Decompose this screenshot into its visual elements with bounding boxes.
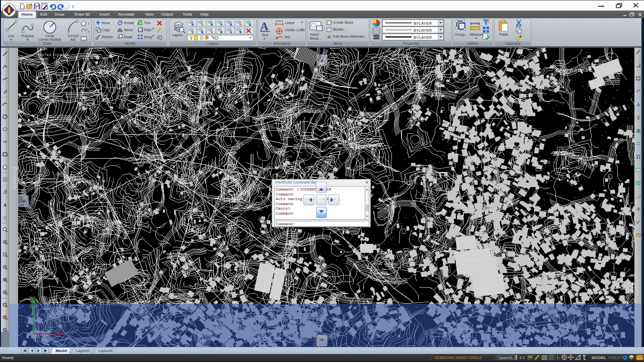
- svg-text:Group...: Group...: [455, 33, 467, 37]
- svg-text:Trim: Trim: [144, 21, 151, 25]
- svg-text:LA NIEVA: LA NIEVA: [242, 167, 259, 170]
- svg-text:Array: Array: [144, 35, 152, 39]
- svg-text:Polyline: Polyline: [22, 34, 34, 38]
- svg-text:A: A: [260, 20, 269, 33]
- svg-text:SANTE TERSO: SANTE TERSO: [555, 68, 593, 73]
- svg-text:Edit Block Attributes: Edit Block Attributes: [333, 35, 365, 38]
- svg-text:SE TEMERO: SE TEMERO: [189, 71, 208, 74]
- svg-text:ARCUS: ARCUS: [325, 161, 337, 164]
- svg-text:Center-Radius: Center-Radius: [38, 38, 61, 41]
- svg-text:1:1: 1:1: [519, 355, 525, 360]
- svg-text:MONTES VICENTE: MONTES VICENTE: [36, 53, 69, 56]
- svg-text:FOPAL: FOPAL: [569, 124, 581, 127]
- svg-text:Line: Line: [8, 34, 14, 38]
- svg-text:Stretch: Stretch: [102, 35, 113, 39]
- svg-text:Layers...: Layers...: [172, 33, 186, 37]
- svg-text:BYLAYER: BYLAYER: [414, 28, 432, 33]
- svg-text:Paste: Paste: [499, 33, 508, 36]
- svg-text:Insert: Insert: [310, 33, 319, 36]
- svg-text:Mirror: Mirror: [124, 28, 133, 32]
- svg-text:3-Point: 3-Point: [67, 34, 78, 38]
- svg-text:Linear: Linear: [285, 21, 295, 25]
- svg-text:Rotate: Rotate: [124, 21, 134, 25]
- svg-text:CAMPO: CAMPO: [139, 161, 150, 164]
- svg-text:Scale: Scale: [124, 35, 133, 39]
- svg-text:Move: Move: [102, 21, 110, 25]
- svg-text:Create Block: Create Block: [333, 21, 354, 24]
- svg-text:Arc: Arc: [285, 35, 290, 39]
- svg-text:Block...: Block...: [310, 37, 321, 40]
- svg-text:Circle: Circle: [45, 34, 54, 38]
- svg-text:BYLAYER: BYLAYER: [414, 35, 432, 40]
- svg-text:Text: Text: [262, 33, 268, 37]
- svg-text:Fillet: Fillet: [144, 28, 151, 32]
- svg-text:CIDADE ALMIRAL: CIDADE ALMIRAL: [370, 262, 398, 265]
- svg-text:BYLAYER: BYLAYER: [414, 21, 432, 26]
- svg-text:A: A: [4, 203, 7, 208]
- svg-text:Blocks...: Blocks...: [333, 28, 347, 31]
- svg-text:Measure: Measure: [470, 33, 484, 36]
- svg-text:LA MINA: LA MINA: [464, 259, 479, 262]
- svg-text:Copy: Copy: [102, 28, 110, 32]
- svg-text:Arc: Arc: [70, 38, 76, 41]
